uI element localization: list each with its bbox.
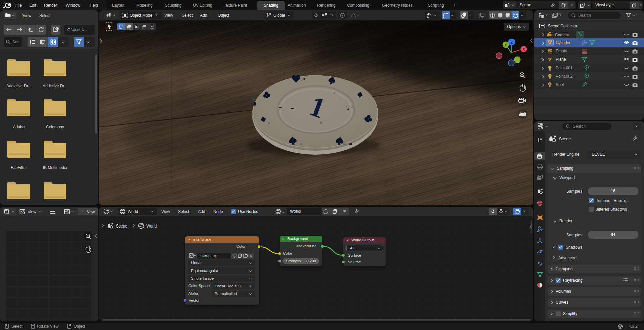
svg-text:X: X	[522, 47, 525, 51]
svg-text:Z: Z	[511, 40, 513, 44]
svg-text:Y: Y	[504, 43, 507, 47]
